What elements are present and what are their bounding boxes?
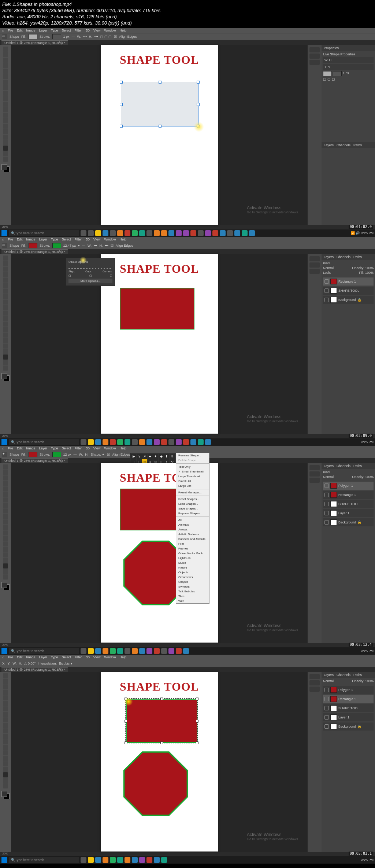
document-tabs[interactable]: Untitled-1 @ 25% (Rectangle 1, RGB/8) * [0,40,375,45]
canvas-area[interactable]: SHAPE TOOL Activate Windows Go to Settin… [11,45,308,225]
layers-tab[interactable]: Layers [324,255,334,259]
ctx-large-thumb[interactable]: Large Thumbnail [176,474,209,479]
marquee-tool-icon[interactable] [3,52,8,57]
document-tab[interactable]: Untitled-1 @ 25% (Rectangle 1, RGB/8) * [1,40,68,45]
shape-mode-dropdown[interactable]: Shape [10,35,19,38]
type-tool-icon[interactable] [3,135,8,140]
fill-swatch[interactable] [29,34,37,39]
menu-select[interactable]: Select [62,29,71,32]
hand-tool-icon[interactable] [3,151,8,156]
stroke-width[interactable]: 12.47 px [63,244,76,247]
blur-tool-icon[interactable] [3,118,8,123]
wand-tool-icon[interactable] [3,63,8,68]
stroke-align-label: Align: [68,270,75,273]
brush-tool-icon[interactable] [3,91,8,96]
document-page[interactable]: SHAPE TOOL [101,45,218,225]
align-edges-label[interactable]: Align Edges [119,35,137,38]
ctx-rename[interactable]: Rename Shape... [176,453,209,458]
stroke-caps-label: Caps: [85,270,92,273]
channels-tab[interactable]: Channels [337,143,350,147]
crop-tool-icon[interactable] [3,69,8,74]
layer-row[interactable]: SHAPE TOOL [323,287,374,295]
h-label: H: [89,35,92,38]
ctx-delete[interactable]: Delete Shape [176,458,209,463]
properties-tab[interactable]: Properties [322,45,375,51]
clock: 3:25 PM [361,231,374,235]
tools-panel[interactable] [0,254,11,434]
stamp-tool-icon[interactable] [3,96,8,101]
rectangle-tool-icon[interactable]: ▭ [2,34,7,39]
tools-panel[interactable] [0,45,11,225]
transform-box[interactable] [125,698,198,743]
menubar[interactable]: ⌂ File Edit Image Layer Type Select Filt… [0,28,375,33]
menu-type[interactable]: Type [51,29,58,32]
stroke-swatch[interactable] [52,243,61,248]
canvas-area[interactable]: Stroke Options Align: Caps: Corners: ▢▢▢… [11,254,308,434]
red-rectangle-shape[interactable] [120,288,194,330]
ctx-large-list[interactable]: Large List [176,483,209,488]
windows-taskbar[interactable]: 🔍 Type here to search 📶 🔊3:25 PM [0,229,375,237]
shapes-context-menu[interactable]: Rename Shape... Delete Shape Text Only S… [176,453,209,604]
zoom-tool-icon[interactable] [3,157,8,162]
frame-tool-icon[interactable] [3,74,8,79]
home-icon[interactable]: ⌂ [2,29,4,32]
libraries-panel-icon[interactable] [309,60,320,65]
color-chips[interactable] [1,164,10,172]
swatches-panel-icon[interactable] [309,54,320,59]
windows-watermark: Activate Windows Go to Settings to activ… [247,205,299,214]
menu-image[interactable]: Image [26,29,35,32]
options-bar[interactable]: ▭ Shape Fill: Stroke: 12.47 px ▾— W:••• … [0,242,375,249]
stroke-corners-label: Corners: [103,270,112,273]
layer-row[interactable]: Background 🔒 [323,296,374,304]
paths-tab[interactable]: Paths [353,143,362,147]
fill-label: Fill: [21,35,26,38]
right-panels[interactable]: Properties Live Shape Properties WH XY 1… [322,45,375,225]
pen-tool-icon[interactable] [3,129,8,134]
layers-tab[interactable]: Layers [324,143,334,147]
status-bar: 25% [0,225,375,229]
menubar[interactable]: ⌂ FileEditImage LayerTypeSelect Filter3D… [0,446,375,451]
stroke-swatch[interactable] [52,34,61,39]
taskbar-search[interactable]: 🔍 Type here to search [9,230,79,236]
page-title-text: SHAPE TOOL [101,45,218,67]
options-bar[interactable]: ✦ Shape Fill: Stroke: 12 px— W:H: Shape:… [0,451,375,458]
collapsed-panels[interactable] [308,45,322,225]
menu-3d[interactable]: 3D [86,29,90,32]
more-options-button[interactable]: More Options... [68,279,112,283]
ctx-text-only[interactable]: Text Only [176,464,209,469]
options-bar[interactable]: ▭ Shape Fill: Stroke: 1 px — W: ••• H: •… [0,33,375,40]
stroke-options-popup[interactable]: Stroke Options Align: Caps: Corners: ▢▢▢… [66,258,115,286]
menubar[interactable]: ⌂ FileEditImage LayerTypeSelect Filter3D… [0,237,375,242]
history-brush-icon[interactable] [3,102,8,107]
menu-filter[interactable]: Filter [75,29,82,32]
ctx-small-list[interactable]: Small List [176,479,209,483]
shape-tool-icon[interactable] [3,146,8,151]
stroke-label: Stroke: [40,35,50,38]
ctx-small-thumb[interactable]: Small Thumbnail [176,469,209,474]
fill-swatch[interactable] [29,243,37,248]
windows-taskbar[interactable]: 🔍 Type here to search 3:25 PM [0,438,375,446]
gradient-tool-icon[interactable] [3,113,8,118]
layer-row[interactable]: Rectangle 1 [323,277,374,286]
stroke-popup-title: Stroke Options [68,260,112,264]
red-octagon-shape[interactable] [123,751,189,817]
screenshot-4: ⌂ FileEditImage LayerTypeSelect Filter3D… [0,655,375,864]
menu-file[interactable]: File [8,29,13,32]
heal-tool-icon[interactable] [3,85,8,90]
start-button[interactable] [1,230,7,236]
eraser-tool-icon[interactable] [3,107,8,112]
menu-help[interactable]: Help [119,29,126,32]
path-select-tool-icon[interactable] [3,140,8,145]
menu-view[interactable]: View [93,29,100,32]
dodge-tool-icon[interactable] [3,124,8,129]
menu-edit[interactable]: Edit [17,29,23,32]
eyedropper-tool-icon[interactable] [3,80,8,85]
menu-layer[interactable]: Layer [39,29,47,32]
menu-window[interactable]: Window [104,29,116,32]
eye-icon[interactable] [324,279,329,284]
color-panel-icon[interactable] [309,47,320,52]
lasso-tool-icon[interactable] [3,58,8,63]
rectangle-shape-selected[interactable] [121,82,198,126]
layer-row[interactable]: Polygon 1 [323,482,374,490]
move-tool-icon[interactable] [3,47,8,52]
